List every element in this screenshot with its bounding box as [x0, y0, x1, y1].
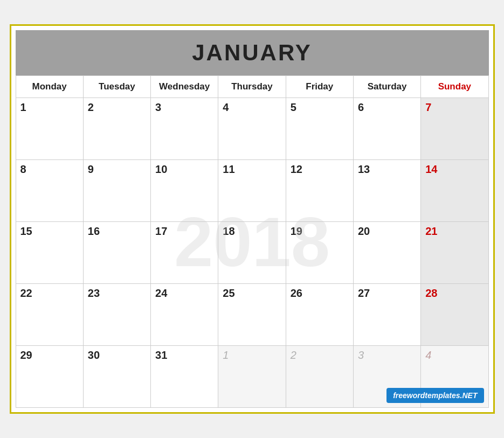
- day-number: 27: [358, 287, 370, 299]
- day-number: 25: [223, 287, 234, 299]
- day-number: 5: [291, 101, 296, 113]
- day-number: 1: [223, 349, 229, 361]
- day-number: 14: [425, 163, 437, 175]
- day-number: 31: [155, 349, 167, 361]
- day-cell-w5-d4: 1: [218, 346, 286, 408]
- day-number: 28: [425, 287, 437, 299]
- week-row-5: 2930311234freewordtemplates.NET: [16, 346, 488, 408]
- day-number: 30: [88, 349, 100, 361]
- day-cell-w5-d7: 4freewordtemplates.NET: [421, 346, 488, 408]
- day-number: 19: [291, 225, 302, 237]
- day-number: 21: [425, 225, 437, 237]
- day-cell-w4-d7: 28: [421, 284, 488, 346]
- day-number: 26: [291, 287, 302, 299]
- day-cell-w1-d6: 6: [353, 98, 420, 160]
- day-cell-w3-d1: 15: [16, 222, 83, 284]
- day-number: 4: [425, 349, 431, 361]
- day-cell-w1-d4: 4: [218, 98, 286, 160]
- day-cell-w1-d5: 5: [286, 98, 353, 160]
- week-row-1: 1234567: [16, 98, 488, 160]
- day-number: 24: [155, 287, 167, 299]
- day-number: 11: [223, 163, 234, 175]
- calendar-table: Monday Tuesday Wednesday Thursday Friday…: [16, 75, 489, 408]
- day-cell-w1-d1: 1: [16, 98, 83, 160]
- day-cell-w1-d7: 7: [421, 98, 488, 160]
- day-cell-w2-d2: 9: [83, 160, 150, 222]
- day-cell-w2-d3: 10: [151, 160, 218, 222]
- day-number: 8: [20, 163, 26, 175]
- day-number: 16: [88, 225, 100, 237]
- header-thursday: Thursday: [218, 76, 286, 98]
- day-cell-w3-d4: 18: [218, 222, 286, 284]
- day-number: 22: [20, 287, 32, 299]
- day-cell-w5-d1: 29: [16, 346, 83, 408]
- day-number: 4: [223, 101, 229, 113]
- day-cell-w2-d1: 8: [16, 160, 83, 222]
- day-number: 1: [20, 101, 26, 113]
- day-cell-w1-d3: 3: [151, 98, 218, 160]
- day-cell-w4-d2: 23: [83, 284, 150, 346]
- day-cell-w4-d1: 22: [16, 284, 83, 346]
- day-cell-w4-d6: 27: [353, 284, 420, 346]
- header-tuesday: Tuesday: [83, 76, 150, 98]
- day-cell-w4-d4: 25: [218, 284, 286, 346]
- header-row: Monday Tuesday Wednesday Thursday Friday…: [16, 76, 488, 98]
- calendar-title: JANUARY: [16, 30, 489, 75]
- day-number: 7: [425, 101, 431, 113]
- day-cell-w4-d3: 24: [151, 284, 218, 346]
- header-sunday: Sunday: [421, 76, 488, 98]
- branding-badge: freewordtemplates.NET: [386, 388, 484, 403]
- day-cell-w3-d7: 21: [421, 222, 488, 284]
- day-number: 17: [155, 225, 167, 237]
- week-row-3: 15161718192021: [16, 222, 488, 284]
- day-cell-w3-d6: 20: [353, 222, 420, 284]
- day-number: 15: [20, 225, 32, 237]
- week-row-2: 891011121314: [16, 160, 488, 222]
- header-monday: Monday: [16, 76, 83, 98]
- day-number: 13: [358, 163, 370, 175]
- day-number: 3: [155, 101, 161, 113]
- day-number: 18: [223, 225, 234, 237]
- day-cell-w5-d3: 31: [151, 346, 218, 408]
- day-number: 3: [358, 349, 364, 361]
- day-cell-w2-d7: 14: [421, 160, 488, 222]
- day-cell-w1-d2: 2: [83, 98, 150, 160]
- day-cell-w5-d5: 2: [286, 346, 353, 408]
- day-cell-w2-d6: 13: [353, 160, 420, 222]
- day-cell-w5-d2: 30: [83, 346, 150, 408]
- day-number: 12: [291, 163, 302, 175]
- day-number: 23: [88, 287, 100, 299]
- day-cell-w4-d5: 26: [286, 284, 353, 346]
- day-number: 29: [20, 349, 32, 361]
- day-number: 6: [358, 101, 364, 113]
- day-number: 10: [155, 163, 167, 175]
- day-cell-w3-d3: 17: [151, 222, 218, 284]
- week-row-4: 22232425262728: [16, 284, 488, 346]
- calendar-body: 2018 Monday Tuesday Wednesday Thursday F…: [16, 75, 489, 408]
- day-cell-w3-d5: 19: [286, 222, 353, 284]
- day-number: 20: [358, 225, 370, 237]
- day-number: 9: [88, 163, 94, 175]
- day-number: 2: [88, 101, 94, 113]
- day-cell-w3-d2: 16: [83, 222, 150, 284]
- day-cell-w2-d4: 11: [218, 160, 286, 222]
- header-saturday: Saturday: [353, 76, 420, 98]
- header-friday: Friday: [286, 76, 353, 98]
- day-number: 2: [291, 349, 296, 361]
- header-wednesday: Wednesday: [151, 76, 218, 98]
- calendar-wrapper: JANUARY 2018 Monday Tuesday Wednesday Th…: [10, 24, 495, 414]
- day-cell-w2-d5: 12: [286, 160, 353, 222]
